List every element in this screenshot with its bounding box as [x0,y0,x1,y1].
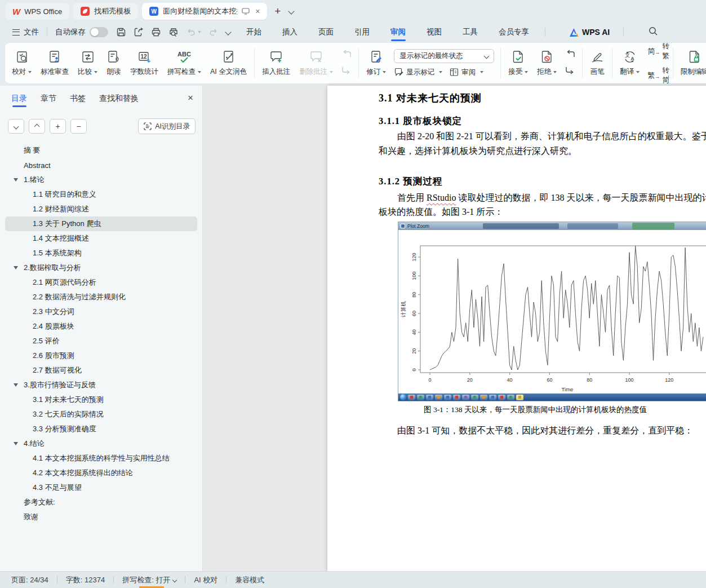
sidebar-tab[interactable]: 书签 [70,94,86,107]
ribbon-delete-comment-button[interactable]: 删除批注 [295,50,338,77]
sidebar-tab[interactable]: 查找和替换 [99,94,139,107]
ribbon-pen-button[interactable]: 画笔 [585,50,609,77]
ribbon-proofread-button[interactable]: 校对 [7,50,36,77]
ribbon-accept-button[interactable]: 接受 [504,50,532,77]
compare-icon [81,50,95,64]
ribbon-standard-review-button[interactable]: 标准审查 [36,50,73,77]
toc-item[interactable]: 1.1 研究目的和意义 [5,187,197,202]
toc-item[interactable]: 4.结论 [5,436,197,451]
toc-item[interactable]: 3.2 七天后的实际情况 [5,407,197,422]
previous-change-button[interactable] [565,50,576,61]
menu-tab[interactable]: 审阅 [389,24,407,41]
menu-tab[interactable]: 开始 [245,24,263,41]
ribbon-read-aloud-button[interactable]: 朗读 [102,50,126,77]
toc-item[interactable]: 1.5 本系统架构 [5,246,197,260]
toc-zoom-out-button[interactable]: − [70,119,87,134]
previous-comment-button[interactable] [341,50,352,61]
print-preview-button[interactable] [168,27,179,37]
menu-tab[interactable]: 会员专享 [498,24,530,41]
tab-list-chevron-icon[interactable] [288,8,295,14]
plot-window-titlebar: Plot Zoom [398,222,706,230]
toc-item[interactable]: 参考文献: [5,495,197,510]
tab-wps-home[interactable]: W WPS Office [5,3,69,20]
status-ai-proofread[interactable]: AI 校对 [194,575,217,585]
document-page[interactable]: 3.1 对未来七天的预测 3.1.1 股市板块锁定 由图 2-20 和图 2-2… [327,86,706,572]
tab-docer-label: 找稻壳模板 [94,6,131,16]
tab-docer-templates[interactable]: 找稻壳模板 [73,3,138,20]
toc-item[interactable]: 2.5 评价 [5,334,197,348]
screen-share-icon[interactable] [242,8,250,15]
chevron-down-icon [14,123,19,129]
menu-tab[interactable]: 引用 [353,24,371,41]
ribbon-track-changes-button[interactable]: 修订 [362,50,390,77]
close-sidebar-icon[interactable]: × [188,92,193,104]
toc-item[interactable]: 1.4 文本挖掘概述 [5,231,197,246]
toc-item[interactable]: 3.1 对未来七天的预测 [5,392,197,407]
file-menu-button[interactable]: 文件 [12,27,39,37]
toc-item[interactable]: 3.3 分析预测准确度 [5,422,197,436]
toc-item[interactable]: 4.3 不足与展望 [5,480,197,495]
ribbon-translate-button[interactable]: 文A 翻译 [615,50,644,77]
toc-item[interactable]: 1.2 财经新闻综述 [5,202,197,216]
toc-item[interactable]: 4.2 本文本挖掘系统得出的结论 [5,466,197,480]
ai-recognize-toc-button[interactable]: AI识别目录 [138,118,196,134]
print-button[interactable] [151,27,161,37]
to-simplified-button[interactable]: 繁→ 转简 [647,66,669,85]
toc-expand-button[interactable] [8,119,24,134]
toc-item[interactable]: 2.6 股市预测 [5,348,197,363]
toc-zoom-in-button[interactable]: + [50,119,66,134]
toc-item[interactable]: 2.3 中文分词 [5,304,197,319]
toc-collapse-button[interactable] [29,119,45,134]
toc-item[interactable]: 2.7 数据可视化 [5,363,197,378]
sidebar-tab[interactable]: 章节 [41,94,56,107]
toc-item[interactable]: 摘 要 [5,143,197,158]
toc-item[interactable]: 2.1 网页源代码分析 [5,275,197,290]
doc-heading-311: 3.1.1 股市板块锁定 [379,115,462,127]
to-traditional-button[interactable]: 简→ 转繁 [647,42,669,61]
status-word-count[interactable]: 字数: 12374 [66,575,105,585]
toc-item[interactable]: 4.1 本文本挖掘系统的科学性与实用性总结 [5,451,197,466]
menu-tab[interactable]: 页面 [317,24,335,41]
show-markup-button[interactable]: 显示标记 [394,67,442,77]
toc-item-label: 4.2 本文本挖掘系统得出的结论 [33,468,133,478]
ribbon-word-count-button[interactable]: 12+ 字数统计 [126,50,163,77]
qa-customize-chevron-icon[interactable] [225,29,231,35]
ribbon-insert-comment-button[interactable]: 插入批注 [257,50,295,77]
ribbon-reject-button[interactable]: 拒绝 [532,50,561,77]
caret-icon [94,71,97,73]
ribbon-ai-polish-button[interactable]: AI 全文润色 [206,50,251,77]
wps-ai-button[interactable]: WPS AI [569,28,610,37]
status-spellcheck[interactable]: 拼写检查: 打开 [122,575,176,585]
redo-button[interactable] [208,27,219,37]
next-comment-button[interactable] [341,65,352,77]
toc-item[interactable]: 2.数据榨取与分析 [5,260,197,275]
close-tab-icon[interactable]: × [255,7,260,16]
dialog-launcher-icon[interactable] [668,76,669,80]
autosave-toggle[interactable] [90,27,108,37]
undo-button[interactable] [186,27,201,37]
toc-item[interactable]: 致谢 [5,510,197,524]
status-page-indicator[interactable]: 页面: 24/34 [11,575,48,585]
new-tab-button[interactable]: + [274,5,281,17]
search-button[interactable] [649,26,658,38]
toc-item[interactable]: 1.绪论 [5,173,197,187]
next-change-button[interactable] [565,65,576,77]
toc-item[interactable]: 2.2 数据清洗与过滤并规则化 [5,290,197,304]
ribbon-compare-button[interactable]: 比较 [73,50,102,77]
toc-item[interactable]: 3.股市行情验证与反馈 [5,378,197,392]
sidebar-tab[interactable]: 目录 [11,94,27,107]
menu-tab[interactable]: 插入 [281,24,299,41]
svg-text:12: 12 [140,54,147,60]
markup-state-dropdown[interactable]: 显示标记的最终状态 [394,49,494,63]
save-button[interactable] [116,27,126,37]
ribbon-spell-check-button[interactable]: ABC 拼写检查 [163,50,206,77]
toc-item[interactable]: 1.3 关于 Python 爬虫 [5,216,197,231]
reviewing-pane-button[interactable]: 审阅 [449,67,483,77]
export-button[interactable] [134,27,144,37]
menu-tab[interactable]: 视图 [425,24,443,41]
toc-item[interactable]: Abstract [5,158,197,173]
toc-item[interactable]: 2.4 股票板块 [5,319,197,334]
menu-tab[interactable]: 工具 [461,24,479,41]
tab-document[interactable]: W 面向财经新闻的文本挖掘系统 × [142,3,267,20]
ribbon-restrict-editing-button[interactable]: 限制编辑 [676,50,706,77]
